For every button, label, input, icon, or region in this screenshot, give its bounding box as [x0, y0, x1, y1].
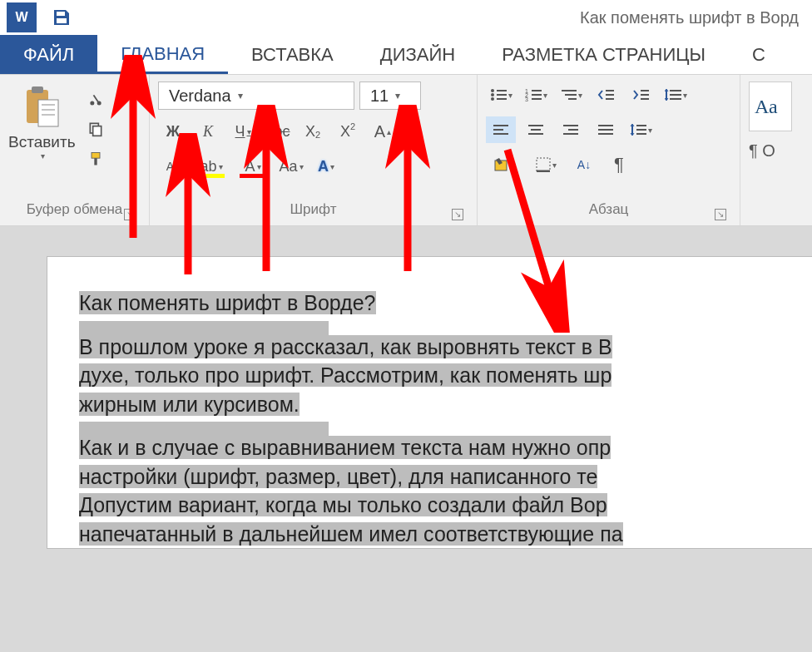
text-line: Допустим вариант, когда мы только создал… — [79, 493, 607, 516]
line-spacing-button[interactable]: ▾ — [661, 82, 691, 108]
highlight-button[interactable]: ab▾ — [193, 153, 230, 180]
line-spacing-button-2[interactable]: ▾ — [626, 116, 656, 143]
ribbon: Вставить ▾ Буфер обмена ↘ — [0, 75, 812, 226]
italic-button[interactable]: К — [193, 118, 223, 145]
sort-button[interactable]: A↓ — [569, 151, 599, 178]
heading-line: Как поменять шрифт в Ворде? — [79, 291, 376, 314]
show-marks-button[interactable]: ¶ — [604, 151, 634, 178]
text-line: духе, только про шрифт. Рассмотрим, как … — [79, 363, 611, 387]
font-color-button[interactable]: A▾ — [235, 153, 271, 180]
group-paragraph: ▾ 123▾ ▾ ▾ — [478, 75, 740, 225]
document-area[interactable]: Как поменять шрифт в Ворде? В прошлом ур… — [0, 226, 812, 652]
svg-rect-2 — [38, 100, 58, 126]
increase-indent-button[interactable] — [626, 82, 656, 108]
tab-page-layout[interactable]: РАЗМЕТКА СТРАНИЦЫ — [478, 35, 729, 74]
tab-insert[interactable]: ВСТАВКА — [228, 35, 357, 74]
tab-more[interactable]: С — [729, 35, 789, 74]
text-line: настройки (шрифт, размер, цвет), для нап… — [79, 465, 597, 488]
text-line: жирным или курсивом. — [79, 393, 300, 416]
word-logo: W — [7, 2, 37, 32]
svg-point-11 — [491, 89, 494, 92]
align-center-button[interactable] — [521, 116, 551, 143]
page: Как поменять шрифт в Ворде? В прошлом ур… — [47, 256, 812, 549]
document-body[interactable]: Как поменять шрифт в Ворде? В прошлом ур… — [79, 289, 812, 548]
bullets-button[interactable]: ▾ — [486, 82, 516, 108]
bold-button[interactable]: Ж — [158, 118, 188, 145]
svg-point-13 — [491, 93, 494, 96]
document-title: Как поменять шрифт в Ворд — [90, 8, 805, 27]
font-size-value: 11 — [370, 86, 389, 106]
underline-button[interactable]: Ч▾ — [228, 118, 258, 145]
superscript-button[interactable]: X2 — [333, 118, 363, 145]
svg-rect-10 — [409, 127, 423, 137]
tab-design[interactable]: ДИЗАЙН — [357, 35, 478, 74]
group-label-font: Шрифт ↘ — [158, 199, 468, 225]
copy-button[interactable] — [85, 118, 106, 140]
tab-file[interactable]: ФАЙЛ — [0, 35, 97, 74]
paste-icon — [22, 85, 62, 130]
text-line: В прошлом уроке я рассказал, как выровня… — [79, 335, 612, 358]
borders-button[interactable]: ▾ — [527, 151, 564, 178]
format-painter-button[interactable] — [85, 148, 106, 170]
styles-label: ¶ О — [749, 141, 804, 161]
decrease-indent-button[interactable] — [591, 82, 621, 108]
svg-rect-7 — [93, 126, 102, 136]
grow-font-button[interactable]: A▴ — [368, 118, 398, 145]
shading-button[interactable]: ▾ — [486, 151, 522, 178]
group-label-paragraph: Абзац ↘ — [486, 199, 731, 225]
font-size-combo[interactable]: 11 ▾ — [359, 82, 421, 110]
svg-rect-51 — [537, 158, 550, 171]
titlebar: W Как поменять шрифт в Ворд — [0, 0, 812, 35]
group-styles: Аа ¶ О — [740, 75, 812, 225]
font-name-value: Verdana — [169, 86, 231, 106]
cut-button[interactable] — [85, 88, 106, 110]
paste-button[interactable]: Вставить ▾ — [8, 82, 75, 170]
style-sample[interactable]: Аа — [749, 82, 792, 131]
svg-point-15 — [491, 97, 494, 101]
text-line: Как и в случае с выравниванием текста на… — [79, 436, 611, 459]
clear-formatting-button[interactable] — [403, 118, 433, 145]
shrink-font-button[interactable]: A▾ — [158, 153, 188, 180]
dialog-launcher-icon[interactable]: ↘ — [452, 209, 463, 220]
change-case-button[interactable]: Aa▾ — [276, 153, 306, 180]
chevron-down-icon[interactable]: ▾ — [238, 90, 243, 101]
chevron-down-icon[interactable]: ▾ — [395, 90, 400, 101]
numbering-button[interactable]: 123▾ — [521, 82, 551, 108]
subscript-button[interactable]: X2 — [298, 118, 328, 145]
align-left-button[interactable] — [486, 116, 516, 143]
font-name-combo[interactable]: Verdana ▾ — [158, 82, 354, 110]
svg-rect-1 — [32, 86, 43, 93]
dialog-launcher-icon[interactable]: ↘ — [124, 209, 136, 220]
tab-home[interactable]: ГЛАВНАЯ — [97, 35, 228, 74]
group-clipboard: Вставить ▾ Буфер обмена ↘ — [0, 75, 150, 225]
dialog-launcher-icon[interactable]: ↘ — [715, 209, 726, 220]
save-icon[interactable] — [50, 6, 73, 29]
text-effects-button[interactable]: A▾ — [311, 153, 341, 180]
text-line: напечатанный в дальнейшем имел соответст… — [79, 522, 623, 546]
chevron-down-icon[interactable]: ▾ — [10, 151, 75, 161]
group-label-clipboard: Буфер обмена ↘ — [8, 199, 141, 225]
svg-rect-8 — [92, 153, 100, 159]
align-right-button[interactable] — [556, 116, 586, 143]
justify-button[interactable] — [591, 116, 621, 143]
ribbon-tabs: ФАЙЛ ГЛАВНАЯ ВСТАВКА ДИЗАЙН РАЗМЕТКА СТР… — [0, 35, 812, 75]
svg-text:3: 3 — [525, 96, 528, 101]
paste-label: Вставить — [8, 133, 75, 151]
group-font: Verdana ▾ 11 ▾ Ж К Ч▾ abc X2 X — [150, 75, 478, 225]
strikethrough-button[interactable]: abc — [263, 118, 293, 145]
svg-rect-9 — [94, 158, 97, 165]
multilevel-list-button[interactable]: ▾ — [556, 82, 586, 108]
